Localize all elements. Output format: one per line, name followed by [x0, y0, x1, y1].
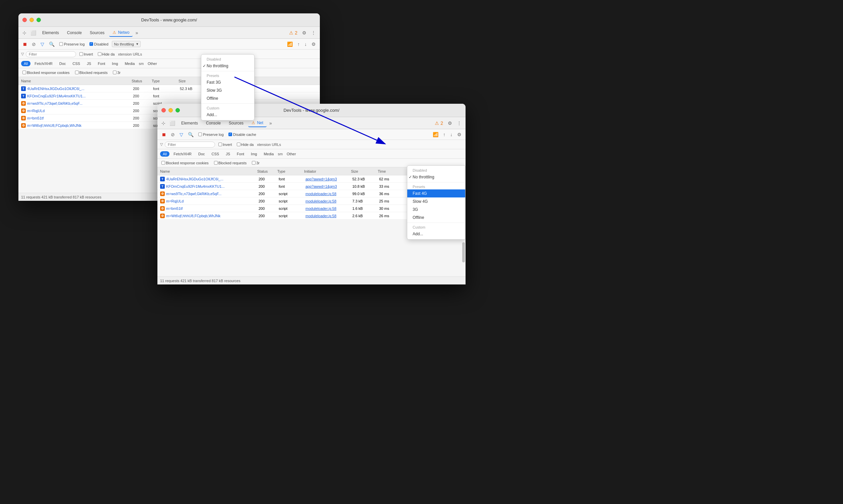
cursor-icon-2[interactable]: ⊹ — [160, 119, 167, 127]
type-all-1[interactable]: All — [21, 61, 31, 66]
type-font-2[interactable]: Font — [234, 151, 247, 157]
blocked-cookies-btn-2[interactable]: Blocked response cookies — [160, 160, 210, 166]
blocked-cookies-btn-1[interactable]: Blocked response cookies — [21, 70, 71, 75]
blocked-requests-btn-2[interactable]: Blocked requests — [213, 160, 248, 166]
hide-data-urls-checkbox-1[interactable] — [98, 52, 102, 56]
clear-icon-1[interactable]: ⊘ — [31, 40, 37, 48]
blocked-requests-btn-1[interactable]: Blocked requests — [74, 70, 109, 75]
blocked-cookies-checkbox-1[interactable] — [22, 71, 26, 74]
close-button-1[interactable] — [22, 18, 27, 22]
type-other-2[interactable]: Other — [284, 151, 299, 157]
invert-checkbox-1[interactable] — [80, 52, 83, 56]
disable-cache-btn-2[interactable]: Disable cache — [227, 132, 258, 137]
device-icon-2[interactable]: ⬜ — [168, 119, 176, 127]
slow3g-item-1[interactable]: Slow 3G — [201, 86, 254, 94]
table-row[interactable]: T KFOmCnqEu92Fr1Mu4mxKKTU1... 200 font — [18, 92, 320, 100]
3g-item-2[interactable]: 3G — [407, 205, 465, 214]
scrollbar-thumb-2[interactable] — [462, 242, 465, 263]
tab-network-1[interactable]: ⚠ Netwo — [109, 29, 133, 37]
more-tabs-icon-1[interactable]: » — [134, 29, 139, 37]
throttling-dropdown-trigger-1[interactable]: No throttling ▾ — [112, 41, 141, 47]
wifi-icon-2[interactable]: 📶 — [432, 130, 440, 139]
type-js-1[interactable]: JS — [84, 61, 94, 66]
tab-elements-1[interactable]: Elements — [39, 29, 62, 36]
type-media-2[interactable]: Media — [261, 151, 276, 157]
minimize-button-2[interactable] — [169, 108, 173, 112]
type-doc-1[interactable]: Doc — [57, 61, 69, 66]
type-media-1[interactable]: Media — [122, 61, 137, 66]
slow4g-item-2[interactable]: Slow 4G — [407, 197, 465, 205]
hide-data-urls-btn-2[interactable]: Hide da — [235, 142, 255, 147]
type-other-1[interactable]: Other — [145, 61, 160, 66]
fast4g-item-2[interactable]: Fast 4G — [407, 190, 465, 197]
maximize-button-2[interactable] — [176, 108, 180, 112]
stop-icon-1[interactable]: ⏹ — [21, 40, 29, 48]
tab-elements-2[interactable]: Elements — [178, 120, 201, 127]
type-css-1[interactable]: CSS — [70, 61, 83, 66]
table-row[interactable]: T 4UaRrENHsxJlGDuGo1OllJfC6l_... 200 fon… — [18, 85, 320, 92]
maximize-button-1[interactable] — [36, 18, 41, 22]
no-throttling-item-2[interactable]: ✓ No throttling — [407, 173, 465, 181]
settings-icon-2[interactable]: ⚙ — [446, 119, 454, 127]
wifi-icon-1[interactable]: 📶 — [286, 40, 294, 48]
type-all-2[interactable]: All — [160, 151, 170, 157]
disable-cache-checkbox-1[interactable] — [89, 42, 93, 46]
network-settings-icon-2[interactable]: ⚙ — [456, 130, 463, 139]
upload-icon-1[interactable]: ↑ — [296, 40, 301, 48]
preserve-log-btn-1[interactable]: Preserve log — [58, 41, 86, 47]
third-party-checkbox-2[interactable] — [252, 161, 256, 165]
download-icon-2[interactable]: ↓ — [449, 130, 454, 139]
invert-btn-2[interactable]: Invert — [217, 142, 233, 147]
third-party-btn-1[interactable]: 3r — [111, 70, 122, 75]
search-icon-1[interactable]: 🔍 — [48, 40, 56, 48]
network-settings-icon-1[interactable]: ⚙ — [310, 40, 317, 48]
settings-icon-1[interactable]: ⚙ — [301, 29, 308, 37]
close-button-2[interactable] — [161, 108, 166, 112]
filter-input-2[interactable] — [165, 142, 215, 148]
offline-item-2[interactable]: Offline — [407, 214, 465, 221]
disable-cache-btn-1[interactable]: Disabled — [88, 41, 110, 47]
tab-sources-1[interactable]: Sources — [86, 29, 108, 36]
filter-input-1[interactable] — [26, 51, 76, 57]
device-icon[interactable]: ⬜ — [29, 29, 37, 37]
clear-icon-2[interactable]: ⊘ — [170, 130, 176, 139]
tab-console-1[interactable]: Console — [64, 29, 85, 36]
type-doc-2[interactable]: Doc — [196, 151, 208, 157]
no-throttling-item-1[interactable]: ✓ No throttling — [201, 62, 254, 70]
preserve-log-checkbox-2[interactable] — [198, 132, 202, 136]
invert-checkbox-2[interactable] — [218, 143, 222, 146]
hide-data-urls-checkbox-2[interactable] — [237, 143, 241, 146]
disable-cache-checkbox-2[interactable] — [228, 132, 232, 136]
search-icon-2[interactable]: 🔍 — [187, 130, 195, 139]
more-options-icon-1[interactable]: ⋮ — [310, 29, 317, 37]
type-img-2[interactable]: Img — [248, 151, 260, 157]
blocked-requests-checkbox-2[interactable] — [214, 161, 218, 165]
hide-data-urls-btn-1[interactable]: Hide da — [96, 52, 116, 57]
more-options-icon-2[interactable]: ⋮ — [456, 119, 463, 127]
add-item-2[interactable]: Add... — [407, 230, 465, 238]
upload-icon-2[interactable]: ↑ — [442, 130, 447, 139]
type-font-1[interactable]: Font — [95, 61, 108, 66]
preserve-log-btn-2[interactable]: Preserve log — [197, 132, 225, 137]
filter-icon-2[interactable]: ▽ — [178, 130, 185, 139]
third-party-checkbox-1[interactable] — [113, 71, 117, 74]
download-icon-1[interactable]: ↓ — [303, 40, 308, 48]
blocked-requests-checkbox-1[interactable] — [75, 71, 79, 74]
add-item-1[interactable]: Add... — [201, 111, 254, 119]
more-tabs-icon-2[interactable]: » — [268, 119, 273, 127]
type-css-2[interactable]: CSS — [209, 151, 222, 157]
stop-icon-2[interactable]: ⏹ — [160, 130, 168, 139]
offline-item-1[interactable]: Offline — [201, 94, 254, 103]
minimize-button-1[interactable] — [30, 18, 34, 22]
cursor-icon[interactable]: ⊹ — [21, 29, 28, 37]
blocked-cookies-checkbox-2[interactable] — [161, 161, 165, 165]
third-party-btn-2[interactable]: 3r — [250, 160, 261, 166]
type-img-1[interactable]: Img — [109, 61, 121, 66]
type-fetch-xhr-2[interactable]: Fetch/XHR — [171, 151, 194, 157]
type-js-2[interactable]: JS — [223, 151, 233, 157]
fast3g-item-1[interactable]: Fast 3G — [201, 78, 254, 86]
filter-icon-1[interactable]: ▽ — [39, 40, 46, 48]
invert-btn-1[interactable]: Invert — [78, 52, 94, 57]
preserve-log-checkbox-1[interactable] — [59, 42, 63, 46]
type-fetch-xhr-1[interactable]: Fetch/XHR — [32, 61, 55, 66]
